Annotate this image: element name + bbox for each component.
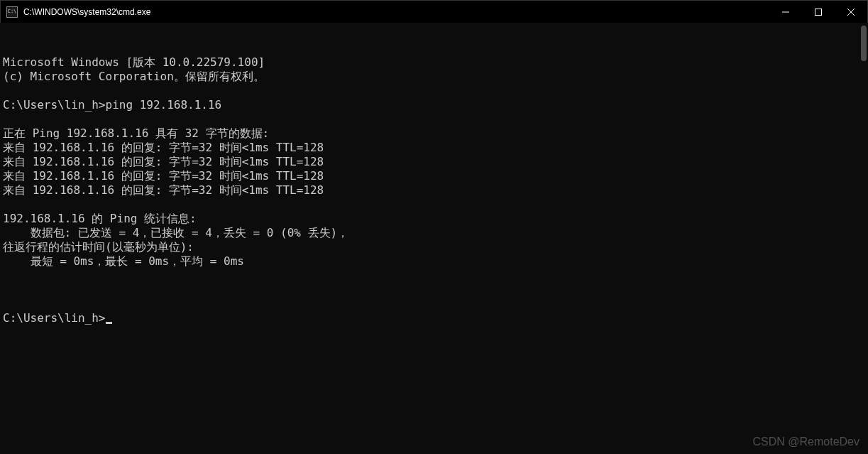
svg-rect-1 [815,9,822,15]
terminal-prompt-line: C:\Users\lin_h> [3,311,865,325]
close-icon [847,9,855,16]
terminal-line: (c) Microsoft Corporation。保留所有权利。 [3,70,865,84]
terminal-line: 数据包: 已发送 = 4，已接收 = 4，丢失 = 0 (0% 丢失)， [3,226,865,240]
minimize-button[interactable] [769,1,802,23]
terminal-line: Microsoft Windows [版本 10.0.22579.100] [3,55,865,70]
terminal-line: 往返行程的估计时间(以毫秒为单位): [3,240,865,254]
title-left: C:\ C:\WINDOWS\system32\cmd.exe [6,6,150,18]
titlebar[interactable]: C:\ C:\WINDOWS\system32\cmd.exe [0,0,868,23]
window-title: C:\WINDOWS\system32\cmd.exe [23,7,150,17]
terminal-line: 来自 192.168.1.16 的回复: 字节=32 时间<1ms TTL=12… [3,169,865,183]
close-button[interactable] [835,1,867,23]
window-controls [769,1,867,23]
terminal-line: 最短 = 0ms，最长 = 0ms，平均 = 0ms [3,254,865,269]
terminal-lines: Microsoft Windows [版本 10.0.22579.100](c)… [3,55,865,283]
cmd-icon: C:\ [6,6,18,18]
terminal-line: 来自 192.168.1.16 的回复: 字节=32 时间<1ms TTL=12… [3,141,865,155]
terminal-line: C:\Users\lin_h>ping 192.168.1.16 [3,98,865,112]
maximize-button[interactable] [802,1,835,23]
terminal-line [3,112,865,126]
terminal-output[interactable]: Microsoft Windows [版本 10.0.22579.100](c)… [0,23,868,454]
terminal-line: 来自 192.168.1.16 的回复: 字节=32 时间<1ms TTL=12… [3,183,865,198]
terminal-line: 正在 Ping 192.168.1.16 具有 32 字节的数据: [3,126,865,141]
scrollbar-thumb[interactable] [861,26,867,61]
terminal-line: 192.168.1.16 的 Ping 统计信息: [3,212,865,226]
terminal-line: 来自 192.168.1.16 的回复: 字节=32 时间<1ms TTL=12… [3,155,865,169]
watermark: CSDN @RemoteDev [753,436,860,448]
prompt-text: C:\Users\lin_h> [3,311,106,325]
cursor [106,322,112,324]
terminal-line [3,84,865,98]
maximize-icon [815,9,822,16]
terminal-line [3,198,865,212]
minimize-icon [782,9,789,16]
terminal-line [3,269,865,283]
